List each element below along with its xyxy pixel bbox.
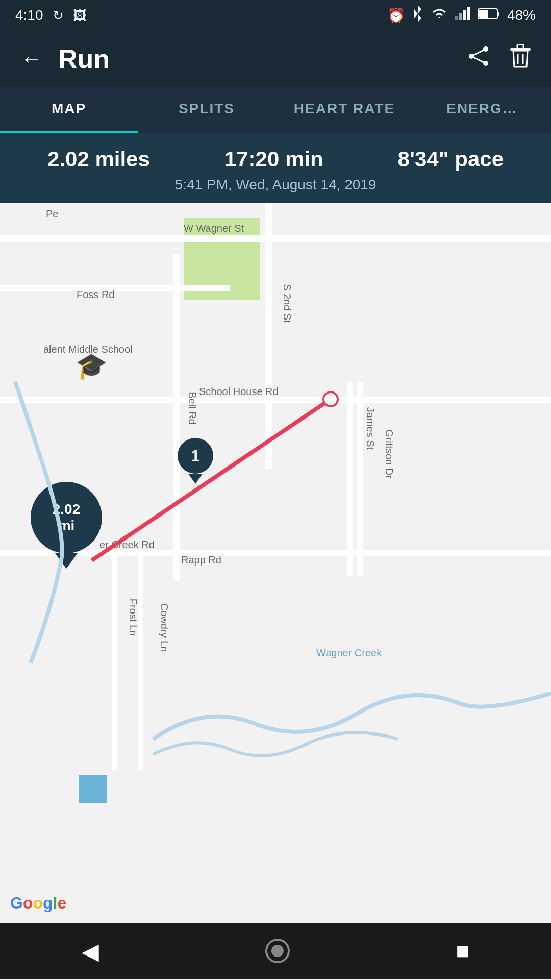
page-title: Run bbox=[58, 43, 110, 74]
bluetooth-icon bbox=[412, 5, 423, 26]
battery-icon bbox=[478, 7, 500, 24]
time-display: 4:10 bbox=[15, 7, 43, 23]
route-line bbox=[0, 203, 551, 923]
tab-bar: MAP SPLITS HEART RATE ENERG… bbox=[0, 87, 551, 133]
svg-rect-6 bbox=[479, 10, 488, 18]
svg-rect-0 bbox=[455, 16, 458, 20]
share-button[interactable] bbox=[467, 45, 490, 72]
tab-splits[interactable]: SPLITS bbox=[138, 87, 276, 133]
map-area[interactable]: Pe W Wagner St Foss Rd alent Middle Scho… bbox=[0, 203, 551, 923]
tab-heart-rate[interactable]: HEART RATE bbox=[276, 87, 413, 133]
svg-point-17 bbox=[323, 392, 338, 406]
home-nav-button[interactable] bbox=[262, 936, 293, 966]
tab-map[interactable]: MAP bbox=[0, 87, 138, 133]
svg-line-16 bbox=[92, 399, 331, 560]
svg-point-19 bbox=[271, 945, 284, 957]
stat-pace: 8'34" pace bbox=[398, 147, 504, 172]
svg-rect-3 bbox=[467, 7, 470, 20]
svg-rect-5 bbox=[497, 12, 499, 16]
signal-icon bbox=[455, 7, 470, 24]
stat-distance: 2.02 miles bbox=[47, 147, 150, 172]
back-nav-button[interactable]: ◀ bbox=[82, 938, 99, 964]
back-button[interactable]: ← bbox=[20, 46, 43, 71]
bottom-nav: ◀ ■ bbox=[0, 923, 551, 979]
svg-rect-1 bbox=[459, 13, 462, 20]
delete-button[interactable] bbox=[510, 44, 531, 73]
svg-rect-13 bbox=[517, 44, 523, 50]
status-right: ⏰ 48% bbox=[387, 5, 536, 26]
stats-row: 2.02 miles 17:20 min 8'34" pace bbox=[10, 147, 541, 172]
stat-duration: 17:20 min bbox=[224, 147, 323, 172]
status-left: 4:10 ↻ 🖼 bbox=[15, 7, 86, 23]
stats-bar: 2.02 miles 17:20 min 8'34" pace 5:41 PM,… bbox=[0, 133, 551, 203]
nav-right bbox=[467, 44, 531, 73]
wifi-icon bbox=[431, 7, 448, 24]
stats-datetime: 5:41 PM, Wed, August 14, 2019 bbox=[10, 177, 541, 193]
alarm-icon: ⏰ bbox=[387, 7, 405, 24]
sync-icon: ↻ bbox=[53, 8, 64, 23]
nav-left: ← Run bbox=[20, 43, 110, 74]
svg-line-11 bbox=[471, 56, 486, 63]
battery-percent: 48% bbox=[507, 7, 536, 23]
photo-icon: 🖼 bbox=[73, 8, 86, 23]
status-bar: 4:10 ↻ 🖼 ⏰ bbox=[0, 0, 551, 31]
svg-line-10 bbox=[471, 49, 486, 56]
top-nav: ← Run bbox=[0, 31, 551, 87]
recent-nav-button[interactable]: ■ bbox=[456, 938, 469, 964]
tab-energy[interactable]: ENERG… bbox=[413, 87, 551, 133]
svg-rect-2 bbox=[463, 10, 466, 20]
